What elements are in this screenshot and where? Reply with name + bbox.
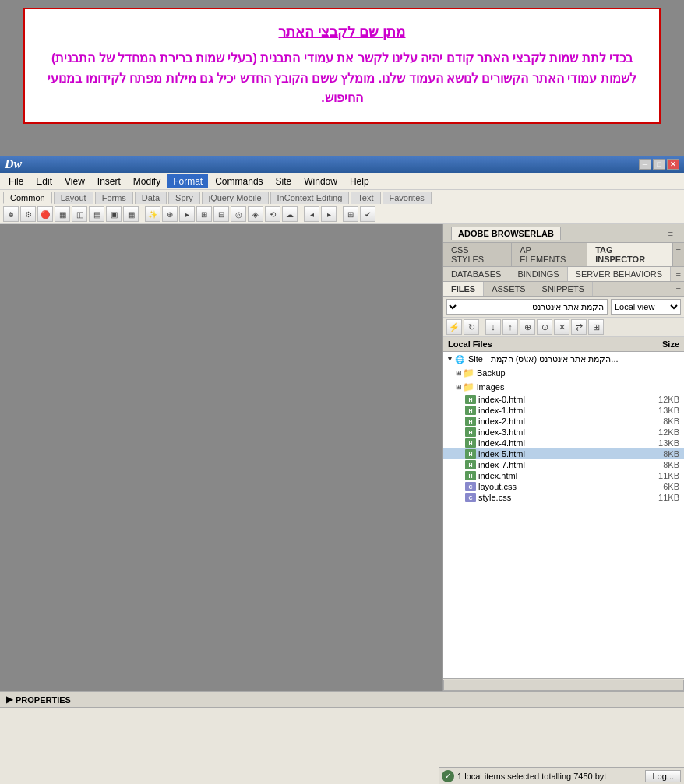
toolbar-icon-11[interactable]: ▸ xyxy=(179,206,195,222)
toolbar-icon-13[interactable]: ⊟ xyxy=(213,206,229,222)
toolbar-tab-data[interactable]: Data xyxy=(135,192,167,204)
expand-icon-images: ⊞ xyxy=(456,383,462,391)
panel-tabs: CSS STYLES AP ELEMENTS TAG INSPECTOR ≡ xyxy=(443,243,684,267)
file-tool-connect[interactable]: ⚡ xyxy=(446,319,462,335)
sub-tab-bindings[interactable]: BINDINGS xyxy=(509,267,567,281)
toolbar-icon-5[interactable]: ◫ xyxy=(72,206,87,222)
file-item-backup[interactable]: ⊞ 📁 Backup xyxy=(443,366,684,380)
toolbar-tab-incontext[interactable]: InContext Editing xyxy=(270,192,350,204)
view-dropdown[interactable]: Local view Remote view xyxy=(611,299,681,315)
toolbar-icon-8[interactable]: ▦ xyxy=(123,206,139,222)
title-controls: ─ □ ✕ xyxy=(639,159,679,170)
toolbar-icon-6[interactable]: ▤ xyxy=(89,206,104,222)
toolbar-icon-17[interactable]: ☁ xyxy=(282,206,298,222)
horizontal-scrollbar[interactable] xyxy=(443,680,684,691)
toolbar-icon-16[interactable]: ⟲ xyxy=(265,206,280,222)
file-item-index-7[interactable]: H index-7.html 8KB xyxy=(443,459,684,470)
toolbar-icon-7[interactable]: ▣ xyxy=(106,206,122,222)
menu-edit[interactable]: Edit xyxy=(30,174,58,188)
file-item-index-5[interactable]: H index-5.html 8KB xyxy=(443,448,684,459)
toolbar-icon-18[interactable]: ◂ xyxy=(304,206,319,222)
file-item-index-1[interactable]: H index-1.html 13KB xyxy=(443,405,684,416)
toolbar-sep-1 xyxy=(140,206,143,222)
menu-commands[interactable]: Commands xyxy=(210,174,268,188)
toolbar-sep-3 xyxy=(338,206,341,222)
file-item-index-2[interactable]: H index-2.html 8KB xyxy=(443,416,684,427)
files-tab-assets[interactable]: ASSETS xyxy=(484,282,534,296)
panel-tab-css[interactable]: CSS STYLES xyxy=(443,243,512,266)
file-item-index[interactable]: H index.html 11KB xyxy=(443,470,684,481)
menu-site[interactable]: Site xyxy=(270,174,298,188)
toolbar-tab-favorites[interactable]: Favorites xyxy=(383,192,432,204)
html-icon-index4: H xyxy=(465,438,476,448)
panel-options-icon-2[interactable]: ≡ xyxy=(673,243,684,266)
toolbar-icon-2[interactable]: ⚙ xyxy=(20,206,36,222)
file-item-index-3[interactable]: H index-3.html 12KB xyxy=(443,427,684,438)
sub-tab-databases[interactable]: DATABASES xyxy=(443,267,509,281)
toolbar-icon-15[interactable]: ◈ xyxy=(248,206,263,222)
file-tool-checkout[interactable]: ⊕ xyxy=(520,319,535,335)
toolbar-icon-4[interactable]: ▦ xyxy=(55,206,70,222)
panel-tab-ap[interactable]: AP ELEMENTS xyxy=(512,243,587,266)
minimize-button[interactable]: ─ xyxy=(639,159,651,170)
panel-tab-tag[interactable]: TAG INSPECTOR xyxy=(587,243,672,266)
file-toolbar: ⚡ ↻ ↓ ↑ ⊕ ⊙ ✕ ⇄ ⊞ xyxy=(443,318,684,337)
files-tab-snippets[interactable]: SNIPPETS xyxy=(534,282,593,296)
sub-tabs: DATABASES BINDINGS SERVER BEHAVIORS ≡ xyxy=(443,267,684,282)
file-item-index-0[interactable]: H index-0.html 12KB xyxy=(443,394,684,405)
toolbar-tab-common[interactable]: Common xyxy=(3,192,52,204)
html-icon-index3: H xyxy=(465,427,476,437)
sub-tab-server[interactable]: SERVER BEHAVIORS xyxy=(568,267,671,281)
file-tool-expand[interactable]: ⊞ xyxy=(588,319,604,335)
html-icon-index5: H xyxy=(465,449,476,459)
file-item-layout[interactable]: C layout.css 6KB xyxy=(443,481,684,492)
main-content: ADOBE BROWSERLAB ≡ CSS STYLES AP ELEMENT… xyxy=(0,224,684,691)
toolbar-icon-14[interactable]: ◎ xyxy=(231,206,246,222)
file-tool-checkin[interactable]: ⊙ xyxy=(537,319,552,335)
html-icon-index0: H xyxy=(465,395,476,404)
toolbar-tab-forms[interactable]: Forms xyxy=(95,192,133,204)
menu-view[interactable]: View xyxy=(59,174,90,188)
toolbar-icon-19[interactable]: ▸ xyxy=(321,206,337,222)
panel-options-icon-4[interactable]: ≡ xyxy=(673,282,684,296)
toolbar-tab-layout[interactable]: Layout xyxy=(54,192,93,204)
maximize-button[interactable]: □ xyxy=(653,159,665,170)
file-tool-put[interactable]: ↑ xyxy=(502,319,518,335)
toolbar-icon-3[interactable]: 🔴 xyxy=(37,206,53,222)
file-tool-cancel[interactable]: ✕ xyxy=(554,319,569,335)
toolbar-icon-10[interactable]: ⊕ xyxy=(162,206,178,222)
panel-options-icon-3[interactable]: ≡ xyxy=(673,267,684,281)
file-tool-sync[interactable]: ⇄ xyxy=(571,319,587,335)
file-name-site-root: Site - הקמת אתר אינטרנט (א:\ס) הקמת... xyxy=(468,354,645,364)
file-item-style[interactable]: C style.css 11KB xyxy=(443,492,684,503)
site-dropdown[interactable]: הקמת אתר אינטרנט xyxy=(446,299,608,315)
file-tool-refresh[interactable]: ↻ xyxy=(464,319,479,335)
close-button[interactable]: ✕ xyxy=(667,159,679,170)
css-icon-layout: C xyxy=(465,482,476,491)
file-item-images[interactable]: ⊞ 📁 images xyxy=(443,380,684,394)
files-tab-files[interactable]: FILES xyxy=(443,282,484,296)
toolbar-icon-12[interactable]: ⊞ xyxy=(196,206,212,222)
menu-insert[interactable]: Insert xyxy=(92,174,126,188)
menu-modify[interactable]: Modify xyxy=(128,174,166,188)
panel-options-icon[interactable]: ≡ xyxy=(665,227,676,240)
toolbar-icon-1[interactable]: 🖱 xyxy=(3,206,19,222)
browserlab-tab-item[interactable]: ADOBE BROWSERLAB xyxy=(451,227,561,240)
toolbar-icon-21[interactable]: ✔ xyxy=(360,206,375,222)
toolbar-tab-text[interactable]: Text xyxy=(351,192,380,204)
menu-format[interactable]: Format xyxy=(167,174,208,188)
toolbar-icon-20[interactable]: ⊞ xyxy=(343,206,358,222)
file-size-style: 11KB xyxy=(645,493,684,502)
file-item-index-4[interactable]: H index-4.html 13KB xyxy=(443,438,684,448)
toolbar-tab-jquery[interactable]: jQuery Mobile xyxy=(202,192,269,204)
toolbar-tab-spry[interactable]: Spry xyxy=(168,192,200,204)
menu-help[interactable]: Help xyxy=(344,174,375,188)
css-icon-style: C xyxy=(465,493,476,502)
file-item-site-root[interactable]: ▼ 🌐 Site - הקמת אתר אינטרנט (א:\ס) הקמת.… xyxy=(443,352,684,366)
menu-file[interactable]: File xyxy=(3,174,29,188)
toolbar-icon-9[interactable]: ✨ xyxy=(145,206,160,222)
file-tool-get[interactable]: ↓ xyxy=(485,319,501,335)
title-bar: Dw ─ □ ✕ xyxy=(0,156,684,173)
properties-header: ▶ PROPERTIES xyxy=(0,692,684,708)
menu-window[interactable]: Window xyxy=(298,174,343,188)
